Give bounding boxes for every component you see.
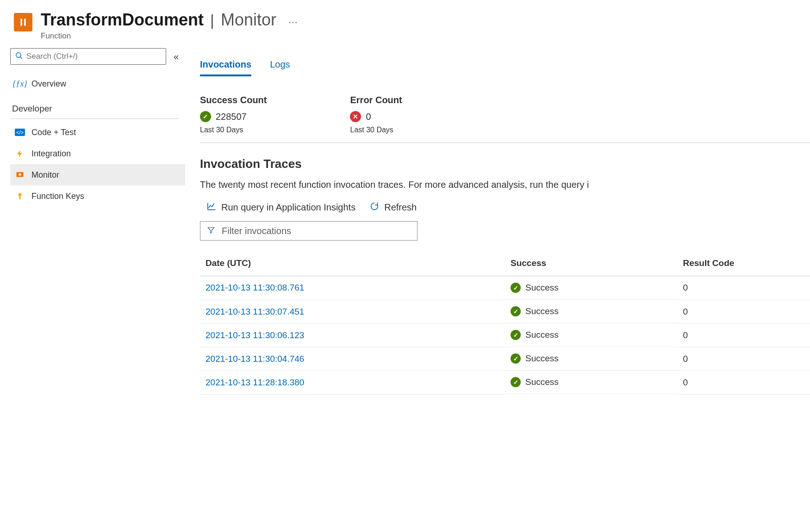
- table-row: 2021-10-13 11:28:18.380✓Success0: [200, 371, 810, 394]
- code-icon: </>: [15, 127, 25, 137]
- page-title: TransformDocument: [41, 10, 204, 30]
- trace-success-cell: ✓Success: [505, 300, 677, 323]
- sidebar-item-monitor[interactable]: Monitor: [10, 164, 185, 186]
- sidebar-section-developer: Developer: [10, 94, 179, 119]
- success-check-icon: ✓: [511, 283, 521, 293]
- trace-date-cell: 2021-10-13 11:28:18.380: [200, 371, 505, 394]
- chart-icon: [206, 201, 217, 214]
- stat-error: Error Count ✕ 0 Last 30 Days: [350, 95, 402, 134]
- trace-success-cell: ✓Success: [505, 323, 677, 347]
- traces-heading: Invocation Traces: [200, 157, 810, 171]
- tab-invocations[interactable]: Invocations: [200, 59, 251, 76]
- table-row: 2021-10-13 11:30:07.451✓Success0: [200, 300, 810, 323]
- table-row: 2021-10-13 11:30:04.746✓Success0: [200, 347, 810, 371]
- column-header-success[interactable]: Success: [505, 251, 677, 276]
- trace-result-cell: 0: [677, 276, 810, 300]
- resource-type-label: Function: [41, 31, 298, 41]
- sidebar-item-label: Monitor: [31, 170, 59, 180]
- sidebar-item-label: Code + Test: [31, 128, 76, 137]
- sidebar-item-label: Function Keys: [31, 192, 84, 201]
- trace-date-link[interactable]: 2021-10-13 11:30:04.746: [206, 354, 304, 364]
- title-separator: |: [210, 11, 214, 29]
- sidebar-item-function-keys[interactable]: Function Keys: [10, 186, 185, 207]
- error-x-icon: ✕: [350, 111, 361, 122]
- run-query-label: Run query in Application Insights: [221, 202, 355, 213]
- trace-date-link[interactable]: 2021-10-13 11:30:08.761: [206, 283, 304, 292]
- success-check-icon: ✓: [511, 306, 521, 316]
- trace-success-cell: ✓Success: [505, 276, 677, 300]
- search-icon: [15, 52, 23, 61]
- key-icon: [15, 191, 25, 201]
- filter-placeholder: Filter invocations: [222, 226, 291, 236]
- trace-date-cell: 2021-10-13 11:30:08.761: [200, 276, 505, 300]
- more-actions-icon[interactable]: ···: [288, 15, 298, 28]
- sidebar-item-overview[interactable]: {ƒx} Overview: [10, 73, 185, 94]
- traces-description: The twenty most recent function invocati…: [200, 179, 810, 190]
- sidebar-item-label: Integration: [31, 149, 71, 159]
- trace-result-cell: 0: [677, 323, 810, 347]
- sidebar-item-code-test[interactable]: </> Code + Test: [10, 122, 185, 143]
- trace-success-cell: ✓Success: [505, 347, 677, 371]
- filter-invocations-input[interactable]: Filter invocations: [200, 221, 417, 241]
- trace-date-cell: 2021-10-13 11:30:04.746: [200, 347, 505, 371]
- bolt-icon: [15, 148, 25, 159]
- success-check-icon: ✓: [511, 377, 521, 387]
- svg-point-3: [19, 173, 21, 176]
- overview-icon: {ƒx}: [15, 79, 25, 89]
- function-app-icon: [14, 13, 32, 31]
- sidebar-item-integration[interactable]: Integration: [10, 143, 185, 164]
- stat-success-value: 228507: [216, 111, 247, 122]
- trace-result-cell: 0: [677, 300, 810, 323]
- refresh-label: Refresh: [384, 202, 417, 213]
- success-check-icon: ✓: [511, 353, 521, 364]
- trace-date-cell: 2021-10-13 11:30:06.123: [200, 323, 505, 347]
- run-query-button[interactable]: Run query in Application Insights: [206, 201, 355, 214]
- success-check-icon: ✓: [511, 330, 521, 340]
- table-row: 2021-10-13 11:30:06.123✓Success0: [200, 323, 810, 347]
- column-header-date[interactable]: Date (UTC): [200, 251, 505, 276]
- search-input-wrapper[interactable]: [10, 48, 166, 65]
- trace-date-link[interactable]: 2021-10-13 11:28:18.380: [206, 377, 304, 387]
- filter-icon: [207, 226, 215, 236]
- refresh-icon: [369, 201, 380, 214]
- monitor-icon: [15, 170, 25, 180]
- stat-error-period: Last 30 Days: [350, 126, 402, 134]
- svg-point-0: [16, 53, 21, 57]
- svg-rect-5: [19, 196, 21, 199]
- table-row: 2021-10-13 11:30:08.761✓Success0: [200, 276, 810, 300]
- stat-success-title: Success Count: [200, 95, 267, 105]
- trace-date-link[interactable]: 2021-10-13 11:30:06.123: [206, 330, 304, 340]
- sidebar: « {ƒx} Overview Developer </> Code + Tes…: [0, 45, 185, 532]
- svg-line-1: [20, 57, 22, 59]
- success-check-icon: ✓: [200, 111, 211, 122]
- invocation-traces-table: Date (UTC) Success Result Code 2021-10-1…: [200, 251, 810, 395]
- stat-success-period: Last 30 Days: [200, 126, 267, 134]
- trace-date-cell: 2021-10-13 11:30:07.451: [200, 300, 505, 323]
- trace-success-cell: ✓Success: [505, 371, 677, 394]
- page-section: Monitor: [221, 10, 276, 30]
- search-input[interactable]: [26, 52, 161, 61]
- stat-error-title: Error Count: [350, 95, 402, 105]
- column-header-result[interactable]: Result Code: [677, 251, 810, 276]
- trace-result-cell: 0: [677, 347, 810, 371]
- refresh-button[interactable]: Refresh: [369, 201, 417, 214]
- stat-error-value: 0: [366, 111, 371, 122]
- main-content: Invocations Logs Success Count ✓ 228507 …: [185, 45, 810, 532]
- tab-logs[interactable]: Logs: [270, 59, 290, 76]
- trace-result-cell: 0: [677, 371, 810, 394]
- collapse-sidebar-icon[interactable]: «: [172, 49, 181, 64]
- sidebar-item-label: Overview: [31, 79, 66, 89]
- trace-date-link[interactable]: 2021-10-13 11:30:07.451: [206, 307, 304, 316]
- stat-success: Success Count ✓ 228507 Last 30 Days: [200, 95, 267, 134]
